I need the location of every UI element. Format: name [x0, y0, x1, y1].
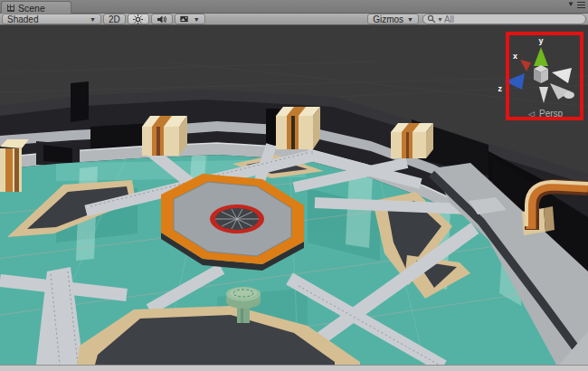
shading-mode-dropdown[interactable]: Shaded ▼ [2, 14, 101, 24]
search-input[interactable] [444, 14, 582, 24]
2d-toggle-button[interactable]: 2D [103, 14, 126, 24]
scene-toolbar: Shaded ▼ 2D [0, 14, 588, 25]
projection-arrow-icon: ◁ [528, 109, 535, 119]
axis-y-label: y [538, 36, 543, 45]
scene-grid-icon [7, 5, 14, 12]
scene-3d-view[interactable]: y x z ◁ Persp [0, 25, 588, 365]
window-menu[interactable]: ▼ [567, 1, 585, 8]
axis-x-label: x [513, 52, 517, 61]
chevron-down-icon[interactable]: ▼ [567, 1, 574, 8]
lighting-toggle-button[interactable] [128, 14, 149, 24]
speaker-icon [156, 14, 167, 24]
audio-toggle-button[interactable] [151, 14, 173, 24]
gizmos-dropdown[interactable]: Gizmos ▼ [367, 14, 419, 24]
image-icon [180, 14, 188, 24]
bottom-status-bar [0, 365, 588, 371]
crate-right [391, 123, 433, 158]
chevron-down-icon: ▼ [194, 16, 200, 23]
scene-search-field[interactable]: ▼ [422, 14, 586, 24]
chevron-down-icon: ▼ [437, 16, 443, 23]
axis-z-label: z [498, 84, 503, 93]
crate-left [142, 116, 187, 156]
gizmo-cube[interactable] [534, 65, 548, 83]
tab-bar: Scene ▼ [0, 0, 588, 14]
tab-scene[interactable]: Scene [1, 1, 71, 14]
projection-label[interactable]: Persp [539, 109, 564, 119]
menu-icon[interactable] [577, 2, 585, 8]
chevron-down-icon: ▼ [407, 16, 413, 23]
tab-label: Scene [18, 3, 45, 14]
effects-dropdown-button[interactable]: ▼ [175, 14, 205, 24]
scene-window: Scene ▼ Shaded ▼ 2D [0, 0, 588, 371]
chevron-down-icon: ▼ [90, 16, 96, 23]
scene-viewport: y x z ◁ Persp [0, 25, 588, 365]
search-icon [427, 14, 436, 24]
shading-mode-label: Shaded [7, 14, 38, 24]
2d-label: 2D [109, 14, 120, 24]
crate-center [276, 107, 320, 149]
gizmos-label: Gizmos [373, 14, 403, 24]
sun-icon [133, 14, 143, 24]
